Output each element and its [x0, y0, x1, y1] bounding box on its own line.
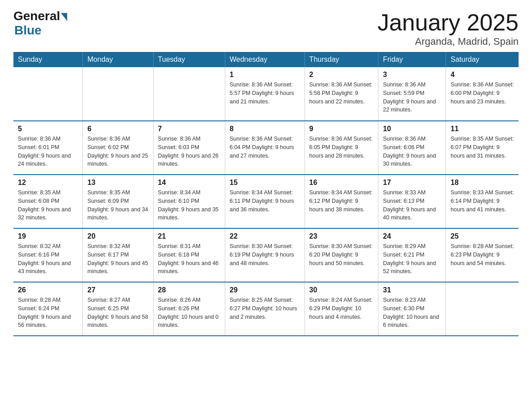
calendar-table: SundayMondayTuesdayWednesdayThursdayFrid… [13, 52, 519, 336]
calendar-cell: 6Sunrise: 8:36 AM Sunset: 6:02 PM Daylig… [83, 121, 153, 175]
calendar-cell: 23Sunrise: 8:30 AM Sunset: 6:20 PM Dayli… [305, 228, 378, 282]
calendar-title: January 2025 [378, 9, 519, 36]
calendar-week-row: 1Sunrise: 8:36 AM Sunset: 5:57 PM Daylig… [13, 67, 519, 121]
calendar-cell: 5Sunrise: 8:36 AM Sunset: 6:01 PM Daylig… [13, 121, 83, 175]
day-info: Sunrise: 8:24 AM Sunset: 6:29 PM Dayligh… [309, 296, 374, 321]
day-number: 7 [158, 125, 220, 133]
calendar-cell: 17Sunrise: 8:33 AM Sunset: 6:13 PM Dayli… [378, 175, 446, 228]
calendar-cell: 10Sunrise: 8:36 AM Sunset: 6:06 PM Dayli… [378, 121, 446, 175]
day-number: 23 [309, 232, 374, 240]
day-number: 14 [158, 179, 220, 187]
calendar-cell: 21Sunrise: 8:31 AM Sunset: 6:18 PM Dayli… [153, 228, 225, 282]
calendar-cell: 26Sunrise: 8:28 AM Sunset: 6:24 PM Dayli… [13, 282, 83, 336]
day-number: 20 [87, 232, 148, 240]
calendar-cell: 28Sunrise: 8:26 AM Sunset: 6:26 PM Dayli… [153, 282, 225, 336]
day-info: Sunrise: 8:23 AM Sunset: 6:30 PM Dayligh… [383, 296, 441, 330]
logo-blue-text: Blue [14, 23, 42, 38]
calendar-cell: 25Sunrise: 8:28 AM Sunset: 6:23 PM Dayli… [446, 228, 519, 282]
calendar-cell: 24Sunrise: 8:29 AM Sunset: 6:21 PM Dayli… [378, 228, 446, 282]
logo-general-text: General [13, 9, 60, 23]
calendar-cell: 19Sunrise: 8:32 AM Sunset: 6:16 PM Dayli… [13, 228, 83, 282]
day-info: Sunrise: 8:34 AM Sunset: 6:11 PM Dayligh… [230, 188, 300, 214]
calendar-cell: 7Sunrise: 8:36 AM Sunset: 6:03 PM Daylig… [153, 121, 225, 175]
day-info: Sunrise: 8:36 AM Sunset: 6:03 PM Dayligh… [158, 135, 220, 168]
day-number: 29 [230, 286, 300, 294]
day-info: Sunrise: 8:28 AM Sunset: 6:24 PM Dayligh… [18, 296, 78, 330]
calendar-cell [446, 282, 519, 336]
day-number: 19 [18, 232, 78, 240]
calendar-week-row: 12Sunrise: 8:35 AM Sunset: 6:08 PM Dayli… [13, 175, 519, 228]
day-info: Sunrise: 8:36 AM Sunset: 5:58 PM Dayligh… [309, 81, 374, 106]
day-number: 31 [383, 286, 441, 294]
calendar-cell: 16Sunrise: 8:34 AM Sunset: 6:12 PM Dayli… [305, 175, 378, 228]
day-info: Sunrise: 8:34 AM Sunset: 6:10 PM Dayligh… [158, 188, 220, 222]
calendar-cell [153, 67, 225, 121]
day-info: Sunrise: 8:36 AM Sunset: 6:05 PM Dayligh… [309, 135, 374, 160]
day-number: 17 [383, 179, 441, 187]
calendar-cell: 22Sunrise: 8:30 AM Sunset: 6:19 PM Dayli… [225, 228, 305, 282]
title-section: January 2025 Arganda, Madrid, Spain [378, 9, 519, 47]
day-info: Sunrise: 8:27 AM Sunset: 6:25 PM Dayligh… [87, 296, 148, 330]
day-number: 10 [383, 125, 441, 133]
day-info: Sunrise: 8:32 AM Sunset: 6:16 PM Dayligh… [18, 242, 78, 276]
calendar-cell: 1Sunrise: 8:36 AM Sunset: 5:57 PM Daylig… [225, 67, 305, 121]
calendar-cell: 20Sunrise: 8:32 AM Sunset: 6:17 PM Dayli… [83, 228, 153, 282]
day-number: 6 [87, 125, 148, 133]
calendar-cell: 27Sunrise: 8:27 AM Sunset: 6:25 PM Dayli… [83, 282, 153, 336]
day-number: 16 [309, 179, 374, 187]
day-info: Sunrise: 8:36 AM Sunset: 6:01 PM Dayligh… [18, 135, 78, 168]
logo-arrow-icon [61, 13, 67, 21]
day-number: 9 [309, 125, 374, 133]
day-info: Sunrise: 8:29 AM Sunset: 6:21 PM Dayligh… [383, 242, 441, 276]
calendar-cell [13, 67, 83, 121]
day-info: Sunrise: 8:33 AM Sunset: 6:13 PM Dayligh… [383, 188, 441, 222]
calendar-cell: 29Sunrise: 8:25 AM Sunset: 6:27 PM Dayli… [225, 282, 305, 336]
calendar-week-row: 26Sunrise: 8:28 AM Sunset: 6:24 PM Dayli… [13, 282, 519, 336]
day-number: 5 [18, 125, 78, 133]
day-number: 12 [18, 179, 78, 187]
day-number: 8 [230, 125, 300, 133]
day-number: 3 [383, 71, 441, 79]
calendar-cell: 4Sunrise: 8:36 AM Sunset: 6:00 PM Daylig… [446, 67, 519, 121]
day-info: Sunrise: 8:28 AM Sunset: 6:23 PM Dayligh… [450, 242, 514, 267]
calendar-cell: 12Sunrise: 8:35 AM Sunset: 6:08 PM Dayli… [13, 175, 83, 228]
day-number: 15 [230, 179, 300, 187]
calendar-cell: 9Sunrise: 8:36 AM Sunset: 6:05 PM Daylig… [305, 121, 378, 175]
page-header: General Blue January 2025 Arganda, Madri… [13, 9, 519, 47]
calendar-header-row: SundayMondayTuesdayWednesdayThursdayFrid… [13, 52, 519, 67]
day-info: Sunrise: 8:30 AM Sunset: 6:19 PM Dayligh… [230, 242, 300, 267]
logo: General Blue [13, 9, 67, 38]
day-info: Sunrise: 8:25 AM Sunset: 6:27 PM Dayligh… [230, 296, 300, 321]
day-header-thursday: Thursday [305, 52, 378, 67]
day-info: Sunrise: 8:30 AM Sunset: 6:20 PM Dayligh… [309, 242, 374, 267]
day-info: Sunrise: 8:33 AM Sunset: 6:14 PM Dayligh… [450, 188, 514, 214]
calendar-cell: 31Sunrise: 8:23 AM Sunset: 6:30 PM Dayli… [378, 282, 446, 336]
day-number: 4 [450, 71, 514, 79]
day-header-monday: Monday [83, 52, 153, 67]
day-number: 13 [87, 179, 148, 187]
day-info: Sunrise: 8:26 AM Sunset: 6:26 PM Dayligh… [158, 296, 220, 330]
day-number: 25 [450, 232, 514, 240]
day-info: Sunrise: 8:35 AM Sunset: 6:09 PM Dayligh… [87, 188, 148, 222]
day-number: 26 [18, 286, 78, 294]
calendar-week-row: 5Sunrise: 8:36 AM Sunset: 6:01 PM Daylig… [13, 121, 519, 175]
calendar-subtitle: Arganda, Madrid, Spain [378, 36, 519, 47]
calendar-cell: 15Sunrise: 8:34 AM Sunset: 6:11 PM Dayli… [225, 175, 305, 228]
day-header-sunday: Sunday [13, 52, 83, 67]
calendar-cell: 8Sunrise: 8:36 AM Sunset: 6:04 PM Daylig… [225, 121, 305, 175]
day-info: Sunrise: 8:36 AM Sunset: 6:06 PM Dayligh… [383, 135, 441, 168]
day-info: Sunrise: 8:36 AM Sunset: 6:02 PM Dayligh… [87, 135, 148, 168]
calendar-cell: 2Sunrise: 8:36 AM Sunset: 5:58 PM Daylig… [305, 67, 378, 121]
day-number: 22 [230, 232, 300, 240]
day-info: Sunrise: 8:34 AM Sunset: 6:12 PM Dayligh… [309, 188, 374, 214]
calendar-cell: 13Sunrise: 8:35 AM Sunset: 6:09 PM Dayli… [83, 175, 153, 228]
day-info: Sunrise: 8:36 AM Sunset: 5:57 PM Dayligh… [230, 81, 300, 106]
day-number: 30 [309, 286, 374, 294]
day-number: 2 [309, 71, 374, 79]
day-header-wednesday: Wednesday [225, 52, 305, 67]
day-header-tuesday: Tuesday [153, 52, 225, 67]
day-info: Sunrise: 8:36 AM Sunset: 5:59 PM Dayligh… [383, 81, 441, 114]
day-number: 27 [87, 286, 148, 294]
calendar-cell: 11Sunrise: 8:35 AM Sunset: 6:07 PM Dayli… [446, 121, 519, 175]
calendar-cell: 18Sunrise: 8:33 AM Sunset: 6:14 PM Dayli… [446, 175, 519, 228]
